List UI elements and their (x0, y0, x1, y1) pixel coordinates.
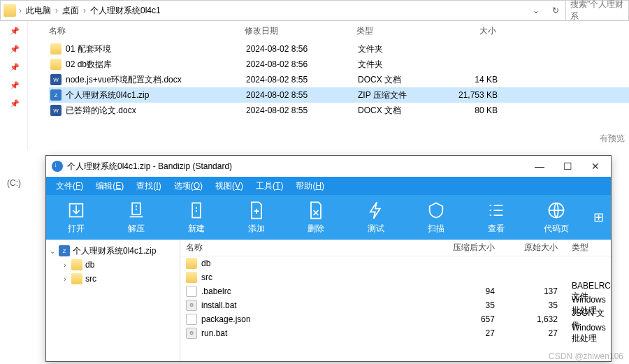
tree-child[interactable]: › src (49, 272, 177, 286)
menu-h[interactable]: 帮助(H) (290, 178, 330, 194)
folder-icon (71, 259, 82, 270)
toolbar-label: 扫描 (428, 223, 444, 235)
breadcrumb[interactable]: › 此电脑 › 桌面 › 个人理财系统0l4c1 (1, 4, 526, 17)
menu-v[interactable]: 视图(V) (210, 178, 249, 194)
toolbar-open[interactable]: 打开 (46, 196, 106, 239)
file-row[interactable]: 02 db数据库2024-08-02 8:56文件夹 (49, 57, 629, 72)
menu-t[interactable]: 工具(T) (250, 178, 289, 194)
entry-name: .babelrc (201, 286, 231, 296)
zip-icon: Z (50, 89, 62, 101)
tree-root-label: 个人理财系统0l4c1.zip (73, 245, 156, 257)
minimize-button[interactable]: — (526, 156, 554, 177)
folder-icon (50, 43, 62, 54)
open-icon (66, 201, 86, 220)
toolbar-view[interactable]: 查看 (466, 196, 526, 239)
folder-icon (71, 273, 82, 284)
file-name: node.js+vue环境配置文档.docx (66, 74, 182, 86)
app-icon (52, 161, 63, 172)
archive-row[interactable]: src (180, 270, 611, 284)
archive-row[interactable]: ⚙install.bat3535Windows 批处理 (180, 298, 611, 312)
toolbar-label: 新建 (188, 223, 205, 235)
menu-e[interactable]: 编辑(E) (90, 178, 129, 194)
titlebar[interactable]: 个人理财系统0l4c1.zip - Bandizip (Standard) — … (46, 156, 611, 177)
archive-row[interactable]: .babelrc94137BABELRC 文件 (180, 284, 611, 298)
history-dropdown[interactable]: ⌄ (526, 1, 546, 20)
col-name[interactable]: 名称 (180, 242, 418, 254)
file-row[interactable]: W已答辩的论文.docx2024-08-02 8:55DOCX 文档80 KB (49, 103, 629, 118)
bandizip-window: 个人理财系统0l4c1.zip - Bandizip (Standard) — … (45, 155, 612, 362)
file-row[interactable]: Z个人理财系统0l4c1.zip2024-08-02 8:55ZIP 压缩文件2… (49, 87, 629, 103)
close-button[interactable]: ✕ (581, 156, 609, 177)
chevron-right-icon: › (17, 6, 23, 15)
expand-icon[interactable]: › (62, 261, 68, 269)
collapse-icon[interactable]: ⌄ (49, 247, 56, 255)
toolbar-label: 查看 (488, 223, 505, 235)
refresh-button[interactable]: ↻ (546, 1, 565, 20)
toolbar-codepage[interactable]: 代码页 (526, 196, 586, 239)
archive-row[interactable]: package.json6571,632JSON 文件 (180, 312, 611, 326)
chevron-right-icon: › (82, 6, 87, 15)
toolbar-scan[interactable]: 扫描 (406, 196, 466, 239)
col-name[interactable]: 名称 (49, 25, 245, 37)
tree-child-label: src (85, 274, 96, 284)
delete-icon (306, 201, 326, 220)
file-row[interactable]: 01 配套环境2024-08-02 8:56文件夹 (49, 41, 629, 57)
toolbar-test[interactable]: 测试 (346, 196, 406, 239)
menu-i[interactable]: 查找(I) (131, 178, 166, 194)
col-type[interactable]: 类型 (356, 25, 440, 37)
archive-column-headers[interactable]: 名称 压缩后大小 原始大小 类型 (180, 240, 611, 256)
toolbar-label: 解压 (128, 223, 145, 235)
file-name: 已答辩的论文.docx (66, 105, 136, 117)
menubar: 文件(F)编辑(E)查找(I)选项(O)视图(V)工具(T)帮助(H) (46, 177, 611, 195)
folder-icon (186, 272, 197, 283)
toolbar-more[interactable]: ⊞ (586, 195, 611, 240)
entry-name: run.bat (201, 328, 227, 338)
entry-original: 27 (495, 328, 565, 338)
toolbar-label: 打开 (68, 223, 85, 235)
archive-row[interactable]: db (180, 256, 611, 270)
drive-label[interactable]: (C:) (7, 178, 21, 188)
col-compressed[interactable]: 压缩后大小 (418, 242, 495, 254)
col-date[interactable]: 修改日期 (245, 25, 356, 37)
entry-type: Windows 批处理 (565, 323, 611, 344)
preview-hint: 有预览 (600, 133, 625, 145)
toolbar-new[interactable]: 新建 (166, 196, 226, 239)
address-bar: › 此电脑 › 桌面 › 个人理财系统0l4c1 ⌄ ↻ 搜索"个人理财系 (0, 0, 629, 21)
archive-list: 名称 压缩后大小 原始大小 类型 dbsrc.babelrc94137BABEL… (180, 240, 611, 361)
search-input[interactable]: 搜索"个人理财系 (565, 1, 628, 20)
bat-icon: ⚙ (186, 300, 197, 311)
archive-row[interactable]: ⚙run.bat2727Windows 批处理 (180, 326, 611, 340)
expand-icon[interactable]: › (62, 275, 68, 283)
file-row[interactable]: Wnode.js+vue环境配置文档.docx2024-08-02 8:55DO… (49, 72, 629, 87)
col-original[interactable]: 原始大小 (495, 242, 565, 254)
maximize-button[interactable]: ☐ (554, 156, 581, 177)
breadcrumb-p2[interactable]: 个人理财系统0l4c1 (87, 5, 164, 17)
menu-o[interactable]: 选项(O) (168, 178, 208, 194)
toolbar-delete[interactable]: 删除 (287, 196, 347, 239)
menu-f[interactable]: 文件(F) (50, 178, 89, 194)
toolbar: 打开解压新建添加删除测试扫描查看代码页⊞ (46, 195, 611, 240)
toolbar-extract[interactable]: 解压 (106, 196, 166, 239)
tree-pane[interactable]: ⌄ Z 个人理财系统0l4c1.zip › db › src (46, 240, 180, 361)
pin-icon: 📌 (10, 63, 18, 71)
new-icon (187, 201, 206, 220)
col-type[interactable]: 类型 (565, 242, 611, 254)
column-headers[interactable]: 名称 修改日期 类型 大小 (49, 25, 629, 41)
pin-icon: 📌 (10, 81, 18, 89)
toolbar-label: 删除 (308, 223, 324, 235)
toolbar-label: 添加 (248, 223, 265, 235)
file-date: 2024-08-02 8:55 (246, 105, 358, 115)
col-size[interactable]: 大小 (440, 25, 496, 37)
entry-name: src (201, 272, 212, 282)
file-type: ZIP 压缩文件 (358, 89, 442, 101)
entry-compressed: 35 (418, 300, 495, 310)
file-size: 21,753 KB (442, 90, 498, 100)
file-name: 02 db数据库 (66, 59, 112, 71)
breadcrumb-p1[interactable]: 桌面 (59, 5, 82, 17)
toolbar-add[interactable]: 添加 (226, 196, 287, 239)
entry-compressed: 657 (418, 314, 495, 324)
tree-root[interactable]: ⌄ Z 个人理财系统0l4c1.zip (49, 244, 177, 258)
file-list: 名称 修改日期 类型 大小 01 配套环境2024-08-02 8:56文件夹0… (28, 21, 629, 150)
tree-child[interactable]: › db (49, 258, 177, 272)
breadcrumb-root[interactable]: 此电脑 (23, 5, 54, 17)
